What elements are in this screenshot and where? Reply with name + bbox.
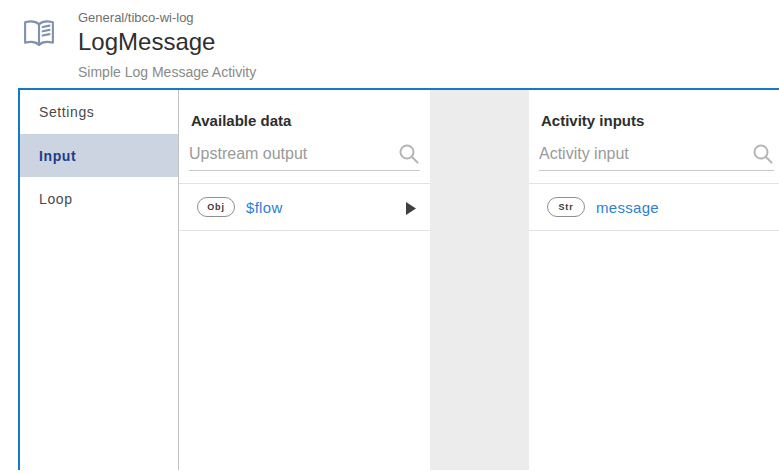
activity-input-search-input[interactable]	[539, 145, 746, 163]
config-sidebar: Settings Input Loop	[20, 90, 178, 470]
mapper-content: Settings Input Loop Available data Obj $…	[18, 88, 779, 470]
available-data-title: Available data	[191, 112, 418, 129]
upstream-output-search-input[interactable]	[189, 145, 392, 163]
activity-input-row-message[interactable]: Str message	[529, 183, 779, 231]
activity-inputs-searchbox	[539, 137, 774, 171]
activity-inputs-title: Activity inputs	[541, 112, 772, 129]
activity-description: Simple Log Message Activity	[78, 64, 256, 80]
available-data-row-flow[interactable]: Obj $flow	[179, 183, 430, 231]
spacer	[179, 171, 430, 183]
available-data-panel: Available data Obj $flow	[179, 90, 430, 470]
activity-category: General/tibco-wi-log	[78, 9, 256, 26]
open-book-icon	[22, 18, 56, 50]
activity-inputs-panel: Activity inputs Str message	[529, 90, 779, 470]
activity-header: General/tibco-wi-log LogMessage Simple L…	[0, 0, 779, 88]
available-data-searchbox	[189, 137, 420, 171]
tab-loop[interactable]: Loop	[20, 177, 178, 221]
page-title: LogMessage	[78, 27, 256, 57]
tab-input[interactable]: Input	[20, 134, 178, 177]
flow-variable-link[interactable]: $flow	[246, 199, 283, 216]
expand-arrow-icon[interactable]	[406, 201, 416, 214]
spacer	[529, 171, 779, 183]
mapping-gutter	[430, 90, 529, 470]
tab-settings[interactable]: Settings	[20, 90, 178, 134]
type-badge-str: Str	[547, 197, 585, 217]
search-icon	[752, 143, 774, 165]
search-icon	[398, 143, 420, 165]
message-input-link[interactable]: message	[596, 199, 659, 216]
type-badge-obj: Obj	[197, 197, 235, 217]
